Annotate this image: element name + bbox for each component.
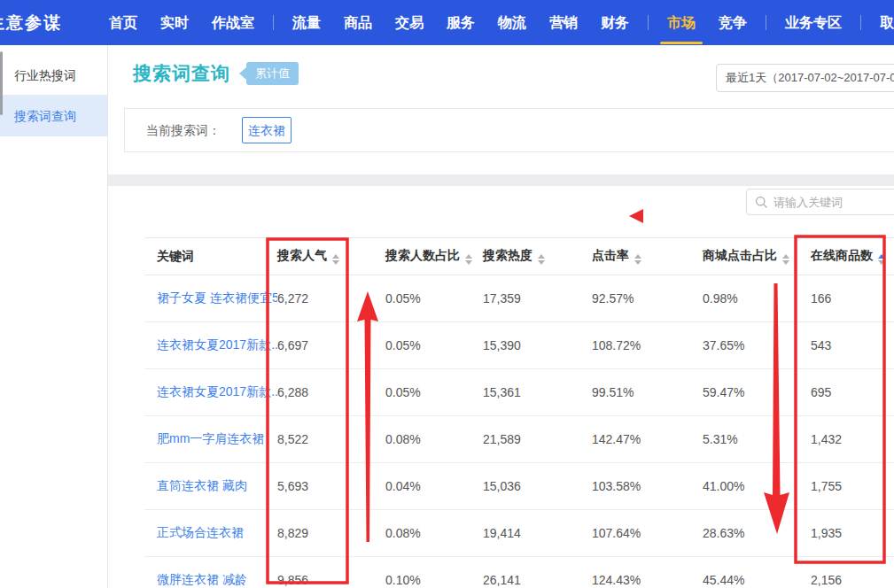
cell-online-products: 166	[811, 275, 894, 322]
table-row: 正式场合连衣裙8,8290.08%19,414107.64%28.63%1,93…	[144, 510, 894, 557]
table-row: 直筒连衣裙 藏肉5,6930.04%15,036103.58%41.00%1,7…	[144, 463, 894, 510]
cell-mall-click-ratio: 28.63%	[703, 510, 811, 557]
nav-item-finance[interactable]: 财务	[601, 0, 629, 45]
sidebar-item-industry-hot-words[interactable]: 行业热搜词	[0, 55, 107, 96]
nav-item-compete[interactable]: 竞争	[719, 0, 747, 45]
cell-searcher-ratio: 0.05%	[385, 322, 483, 369]
column-label: 商城点击占比	[703, 248, 777, 262]
nav-item-home[interactable]: 首页	[109, 0, 137, 45]
keyword-table-card: 关键词搜索人气搜索人数占比搜索热度点击率商城点击占比在线商品数 裙子女夏 连衣裙…	[108, 186, 894, 588]
keyword-link[interactable]: 连衣裙女夏2017新款...	[144, 369, 277, 416]
column-header-online-products[interactable]: 在线商品数	[811, 238, 894, 275]
page-title: 搜索词查询	[133, 61, 230, 86]
cell-searcher-ratio: 0.04%	[385, 463, 483, 510]
table-row: 连衣裙女夏2017新款...6,2880.05%15,36199.51%59.4…	[144, 369, 894, 416]
sidebar-scrollbar[interactable]	[0, 51, 3, 115]
nav-item-traffic[interactable]: 流量	[292, 0, 321, 45]
nav-item-market[interactable]: 市场	[667, 0, 696, 45]
cell-ctr: 92.57%	[592, 275, 703, 322]
cell-online-products: 1,755	[811, 463, 894, 510]
cell-searcher-ratio: 0.10%	[385, 557, 483, 588]
cell-search-heat: 26,141	[483, 557, 592, 588]
keyword-link[interactable]: 裙子女夏 连衣裙便宜5...	[144, 275, 277, 322]
cell-online-products: 1,935	[811, 510, 894, 557]
keyword-link[interactable]: 微胖连衣裙 减龄	[144, 557, 277, 588]
badge-arrow-icon	[239, 67, 246, 80]
table-header-row: 关键词搜索人气搜索人数占比搜索热度点击率商城点击占比在线商品数	[144, 238, 894, 275]
table-row: 肥mm一字肩连衣裙8,5220.08%21,589142.47%5.31%1,4…	[144, 416, 894, 463]
column-header-ctr[interactable]: 点击率	[592, 238, 703, 275]
keyword-search-input[interactable]	[774, 190, 894, 214]
cell-search-popularity: 6,272	[277, 275, 385, 322]
nav-item-biz-zone[interactable]: 业务专区	[785, 0, 842, 45]
keyword-link[interactable]: 肥mm一字肩连衣裙	[144, 416, 277, 463]
column-header-mall-click-ratio[interactable]: 商城点击占比	[703, 238, 811, 275]
nav-items: 首页实时作战室流量商品交易服务物流营销财务市场竞争业务专区取数	[97, 0, 894, 45]
nav-item-logistics[interactable]: 物流	[498, 0, 526, 45]
cell-search-popularity: 5,693	[277, 463, 385, 510]
current-keyword-card: 当前搜索词： 连衣裙	[124, 108, 894, 152]
column-header-search-popularity[interactable]: 搜索人气	[277, 238, 385, 275]
cell-search-popularity: 8,829	[277, 510, 385, 557]
cell-mall-click-ratio: 37.65%	[703, 322, 811, 369]
column-label: 搜索人气	[277, 248, 327, 262]
cell-search-heat: 15,036	[483, 463, 592, 510]
table-body: 裙子女夏 连衣裙便宜5...6,2720.05%17,35992.57%0.98…	[144, 275, 894, 588]
cell-mall-click-ratio: 59.47%	[703, 369, 811, 416]
cell-searcher-ratio: 0.08%	[385, 510, 483, 557]
page-header: 搜索词查询 累计值 最近1天（2017-07-02~2017-07-02 当前搜…	[108, 45, 894, 174]
search-icon	[755, 196, 768, 209]
brand-logo[interactable]: 生意参谋	[0, 12, 62, 35]
sidebar-item-search-word-query[interactable]: 搜索词查询	[0, 96, 107, 136]
nav-item-service[interactable]: 服务	[447, 0, 475, 45]
sort-caret-icon	[465, 254, 472, 265]
table-row: 连衣裙女夏2017新款...6,6970.05%15,390108.72%37.…	[144, 322, 894, 369]
sort-caret-icon	[878, 254, 885, 265]
top-nav: 生意参谋 首页实时作战室流量商品交易服务物流营销财务市场竞争业务专区取数	[0, 0, 894, 45]
nav-item-product[interactable]: 商品	[344, 0, 372, 45]
cell-search-heat: 15,361	[483, 369, 592, 416]
cell-search-popularity: 6,697	[277, 322, 385, 369]
nav-divider	[273, 15, 274, 30]
column-label: 搜索人数占比	[385, 248, 460, 262]
keyword-link[interactable]: 连衣裙女夏2017新款...	[144, 322, 277, 369]
table-row: 微胖连衣裙 减龄9,8560.10%26,141124.43%45.44%2,1…	[144, 557, 894, 588]
cell-mall-click-ratio: 45.44%	[703, 557, 811, 588]
keyword-link[interactable]: 直筒连衣裙 藏肉	[144, 463, 277, 510]
cell-ctr: 142.47%	[592, 416, 703, 463]
sort-caret-icon	[782, 254, 789, 265]
badge-label: 累计值	[246, 62, 299, 85]
sort-caret-icon	[332, 254, 339, 265]
cell-ctr: 124.43%	[592, 557, 703, 588]
cell-online-products: 1,432	[811, 416, 894, 463]
date-range-picker[interactable]: 最近1天（2017-07-02~2017-07-02	[716, 64, 894, 92]
cumulative-badge: 累计值	[239, 62, 299, 85]
nav-item-marketing[interactable]: 营销	[549, 0, 578, 45]
cell-searcher-ratio: 0.05%	[385, 369, 483, 416]
current-keyword-tag[interactable]: 连衣裙	[242, 117, 292, 143]
cell-ctr: 99.51%	[592, 369, 703, 416]
nav-item-realtime[interactable]: 实时	[160, 0, 189, 45]
current-keyword-label: 当前搜索词：	[146, 109, 221, 151]
nav-item-war-room[interactable]: 作战室	[212, 0, 254, 45]
cell-search-popularity: 8,522	[277, 416, 385, 463]
nav-item-data-extract[interactable]: 取数	[880, 0, 894, 45]
keyword-link[interactable]: 正式场合连衣裙	[144, 510, 277, 557]
cell-searcher-ratio: 0.05%	[385, 275, 483, 322]
table-row: 裙子女夏 连衣裙便宜5...6,2720.05%17,35992.57%0.98…	[144, 275, 894, 322]
nav-divider	[766, 15, 766, 30]
column-header-searcher-ratio[interactable]: 搜索人数占比	[385, 238, 483, 275]
nav-item-trade[interactable]: 交易	[395, 0, 424, 45]
cell-mall-click-ratio: 5.31%	[703, 416, 811, 463]
cell-search-popularity: 9,856	[277, 557, 385, 588]
sort-caret-icon	[538, 254, 545, 265]
column-header-search-heat[interactable]: 搜索热度	[483, 238, 592, 275]
column-label: 在线商品数	[811, 248, 873, 262]
column-label: 点击率	[592, 248, 629, 262]
column-label: 搜索热度	[483, 248, 533, 262]
section-divider	[108, 174, 894, 186]
cell-mall-click-ratio: 41.00%	[703, 463, 811, 510]
nav-divider	[648, 15, 649, 30]
sidebar: 行业热搜词搜索词查询	[0, 45, 108, 588]
cell-ctr: 103.58%	[592, 463, 703, 510]
